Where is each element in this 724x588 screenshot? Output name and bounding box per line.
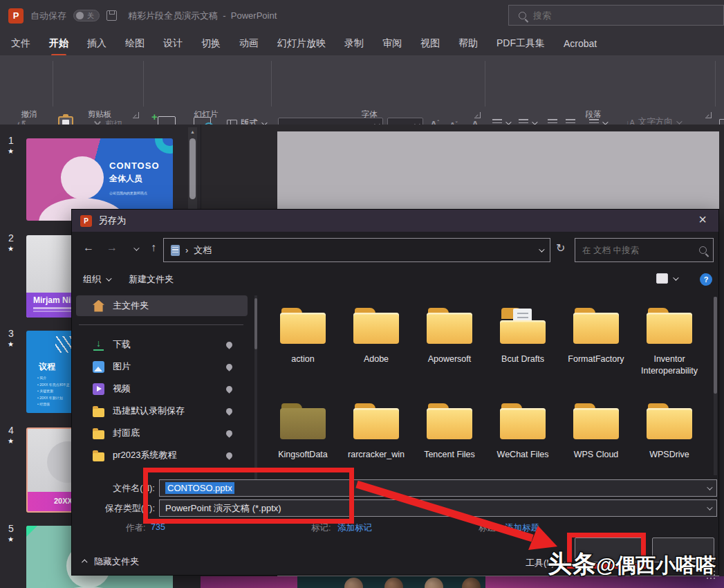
- folder-tile[interactable]: Apowersoft: [412, 308, 487, 365]
- folder-icon: [353, 308, 399, 344]
- breadcrumb-documents[interactable]: 文档: [194, 244, 212, 257]
- help-button[interactable]: ?: [700, 273, 712, 286]
- tab-pdf-tools[interactable]: PDF工具集: [496, 37, 545, 50]
- clipboard-dialog-launcher[interactable]: [133, 112, 139, 118]
- close-icon[interactable]: ×: [694, 212, 712, 228]
- folder-tile[interactable]: WPSDrive: [632, 403, 707, 461]
- sidebar-item-downloads[interactable]: ↓ 下载: [76, 334, 248, 355]
- collapse-icon: [82, 559, 87, 564]
- pin-icon: [225, 340, 234, 349]
- folder-tile[interactable]: FormatFactory: [559, 308, 633, 365]
- powerpoint-app-icon[interactable]: P: [8, 8, 24, 24]
- folder-tile[interactable]: action: [266, 308, 340, 365]
- sidebar-item-home[interactable]: 主文件夹: [76, 295, 248, 316]
- tab-record[interactable]: 录制: [344, 37, 364, 50]
- add-tag-link[interactable]: 添加标记: [337, 522, 372, 534]
- folder-tile[interactable]: Adobe: [339, 308, 414, 365]
- up-button[interactable]: ↑: [145, 241, 162, 254]
- tab-transitions[interactable]: 切换: [201, 37, 221, 50]
- add-title-link[interactable]: 添加标题: [505, 522, 539, 534]
- animation-star-icon: ★: [8, 245, 14, 252]
- autosave-toggle[interactable]: 关: [73, 10, 100, 21]
- dialog-search-box[interactable]: [575, 238, 714, 262]
- tab-view[interactable]: 视图: [420, 37, 440, 50]
- text-direction-dropdown-icon: [676, 118, 682, 124]
- search-input[interactable]: [533, 10, 671, 21]
- recent-locations-button[interactable]: [127, 241, 144, 254]
- folder-tile[interactable]: rarcracker_win: [339, 403, 414, 461]
- folder-tile[interactable]: WeChat Files: [485, 403, 560, 461]
- tab-help[interactable]: 帮助: [458, 37, 478, 50]
- filetype-dropdown-icon[interactable]: [707, 504, 712, 510]
- dialog-search-input[interactable]: [582, 246, 694, 255]
- view-mode-icon: [656, 273, 668, 284]
- folder-label: Tencent Files: [412, 449, 487, 461]
- recent-locations-icon: [133, 245, 139, 250]
- tab-home[interactable]: 开始: [49, 37, 68, 50]
- slide-number: 2: [8, 232, 14, 244]
- sidebar-divider: [79, 324, 243, 325]
- watermark-prefix: 头条: [548, 550, 596, 577]
- tab-insert[interactable]: 插入: [87, 37, 106, 50]
- folder-tile[interactable]: Tencent Files: [412, 403, 487, 461]
- sidebar-item-cover-folder[interactable]: 封面底: [76, 423, 248, 443]
- folder-icon: [427, 403, 472, 439]
- tab-animations[interactable]: 动画: [239, 37, 259, 50]
- tab-design[interactable]: 设计: [163, 37, 183, 50]
- sidebar-scrollbar[interactable]: [254, 295, 257, 479]
- filename-dropdown-icon[interactable]: [707, 484, 712, 490]
- search-icon: [519, 12, 526, 19]
- folder-label: WPSDrive: [632, 449, 707, 461]
- animation-star-icon: ★: [8, 147, 14, 155]
- author-value[interactable]: 735: [151, 522, 165, 532]
- view-mode-dropdown-icon: [673, 275, 678, 280]
- slide3-bullet: • 关键更新: [37, 388, 70, 395]
- new-folder-button[interactable]: 新建文件夹: [129, 273, 174, 286]
- folder-tile[interactable]: Bcut Drafts: [485, 308, 560, 365]
- back-button[interactable]: ←: [80, 241, 97, 254]
- address-dropdown-icon[interactable]: [539, 246, 544, 252]
- view-mode-button[interactable]: [656, 273, 677, 284]
- slide-number: 3: [8, 328, 14, 339]
- sidebar-item-pictures[interactable]: 图片: [76, 356, 248, 377]
- folder-tile[interactable]: Inventor Interoperability: [632, 308, 707, 377]
- folder-label: action: [266, 353, 340, 365]
- watermark-suffix: @偶西小嗒嗒: [596, 554, 716, 576]
- forward-button[interactable]: →: [104, 241, 120, 254]
- hide-folders-button[interactable]: 隐藏文件夹: [83, 555, 139, 568]
- folder-icon: [427, 308, 472, 344]
- tab-draw[interactable]: 绘图: [125, 37, 145, 50]
- decorative-corner: [26, 526, 37, 537]
- sidebar-item-pr2023-folder[interactable]: pr2023系统教程: [76, 445, 248, 466]
- tab-review[interactable]: 审阅: [382, 37, 402, 50]
- folder-tile[interactable]: WPS Cloud: [559, 403, 633, 461]
- font-dialog-launcher[interactable]: [474, 112, 481, 118]
- author-label: 作者:: [126, 522, 145, 534]
- annotation-box-filename: [143, 468, 354, 524]
- videos-icon: [93, 383, 104, 395]
- folder-tile[interactable]: KingsoftData: [266, 403, 340, 461]
- thumbnail-scrollbar[interactable]: ▲: [188, 127, 197, 209]
- tab-file[interactable]: 文件: [11, 37, 30, 50]
- dialog-title-bar[interactable]: P 另存为 ×: [72, 210, 718, 232]
- scrollbar-thumb[interactable]: [189, 138, 196, 199]
- tab-acrobat[interactable]: Acrobat: [564, 38, 597, 49]
- ribbon-search-box[interactable]: [508, 5, 724, 26]
- tab-slideshow[interactable]: 幻灯片放映: [277, 37, 326, 50]
- sidebar-item-videos[interactable]: 视频: [76, 378, 248, 399]
- title-label: 标题:: [479, 522, 498, 534]
- search-icon: [699, 246, 707, 254]
- folder-label: Apowersoft: [412, 353, 487, 365]
- organize-button[interactable]: 组织: [83, 273, 110, 286]
- paragraph-dialog-launcher[interactable]: [705, 112, 712, 118]
- sidebar-item-recording-folder[interactable]: 迅捷默认录制保存: [76, 401, 248, 421]
- autosave-state: 关: [87, 11, 94, 21]
- group-divider: [53, 61, 53, 107]
- save-icon[interactable]: [106, 10, 117, 21]
- help-icon: ?: [700, 273, 712, 286]
- paragraph-group-label: 段落: [586, 109, 602, 120]
- file-list-scrollbar[interactable]: [714, 297, 717, 475]
- folder-icon: [573, 403, 619, 439]
- address-bar[interactable]: › 文档: [163, 238, 550, 262]
- refresh-button[interactable]: ↻: [556, 241, 565, 255]
